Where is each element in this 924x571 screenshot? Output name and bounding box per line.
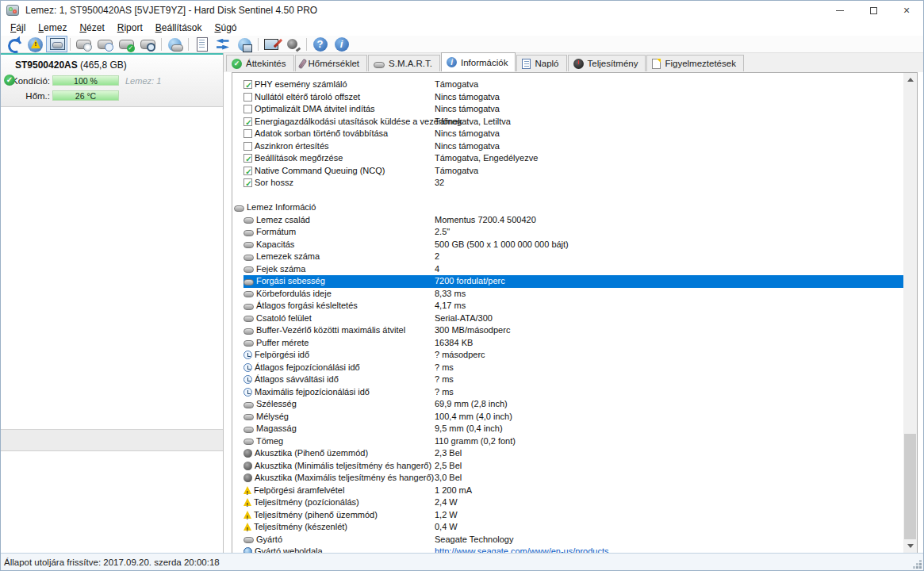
info-row[interactable]: Felpörgési áramfelvétel1 200 mA (243, 485, 903, 497)
scroll-up-button[interactable] (903, 73, 917, 86)
info-row[interactable]: Kapacitás500 GB (500 x 1 000 000 000 báj… (243, 239, 903, 251)
disk-clock-button[interactable] (94, 36, 116, 52)
info-row[interactable]: Akusztika (Maximális teljesítmény és han… (243, 472, 903, 485)
info-button[interactable] (331, 36, 352, 52)
tab-teljesitmeny[interactable]: Teljesítmény (568, 55, 646, 71)
info-row[interactable]: Szélesség69,9 mm (2,8 inch) (243, 398, 903, 411)
row-label: Szélesség (256, 398, 297, 411)
tab-informaciok[interactable]: Információk (441, 52, 516, 71)
info-row[interactable]: Energiagazdálkodási utasítások küldése a… (243, 116, 903, 128)
row-value: 32 (435, 177, 444, 190)
info-row[interactable]: Átlagos forgási késleltetés4,17 ms (243, 300, 903, 312)
checkbox-unchecked-icon[interactable] (243, 105, 252, 113)
info-row[interactable]: Körbefordulás ideje8,33 ms (243, 288, 903, 301)
minimize-button[interactable] (823, 1, 857, 20)
network-status-button[interactable] (234, 36, 255, 52)
checkbox-unchecked-icon[interactable] (243, 93, 252, 102)
info-row[interactable]: Mélység100,4 mm (4,0 inch) (243, 411, 903, 423)
info-row[interactable]: Csatoló felületSerial-ATA/300 (243, 312, 903, 325)
row-value: 100,4 mm (4,0 inch) (435, 411, 512, 423)
info-row[interactable]: Teljesítmény (pihenő üzemmód)1,2 W (243, 509, 903, 522)
menu-nezet[interactable]: Nézet (73, 21, 110, 34)
row-value: Nincs támogatva (435, 103, 500, 116)
info-row[interactable]: Beállítások megőrzéseTámogatva, Engedély… (243, 152, 903, 165)
globe-icon (243, 547, 252, 553)
sync-button[interactable] (213, 36, 234, 52)
disk-panel-button[interactable] (46, 36, 67, 52)
menu-sugo[interactable]: Súgó (208, 21, 243, 34)
menu-beallitasok[interactable]: Beállítások (149, 21, 209, 34)
info-row[interactable]: Lemezek száma2 (243, 251, 903, 263)
section-header-row[interactable]: Lemez Információ (234, 201, 903, 214)
tab-s-m-a-r-t[interactable]: S.M.A.R.T. (368, 55, 440, 71)
tab-attekintes[interactable]: Áttekintés (226, 55, 294, 71)
row-value: Serial-ATA/300 (435, 312, 493, 325)
disk-test-button[interactable] (116, 36, 137, 52)
row-value-link[interactable]: http://www.seagate.com/www/en-us/product… (435, 546, 608, 553)
info-row[interactable]: Átlagos fejpozícionálási idő? ms (243, 362, 903, 374)
row-value: 1 200 mA (435, 485, 472, 497)
network-disk-button[interactable] (164, 36, 186, 52)
tab-homerseklet[interactable]: Hőmérséklet (295, 55, 368, 71)
info-row[interactable]: Akusztika (Minimális teljesítmény és han… (243, 460, 903, 473)
row-value: 4,17 ms (435, 300, 466, 312)
checkbox-checked-icon[interactable] (243, 178, 252, 187)
disk-search-button[interactable] (137, 36, 159, 52)
checkbox-checked-icon[interactable] (243, 167, 252, 175)
info-row[interactable]: Maximális fejpozícionálási idő? ms (243, 386, 903, 399)
menu-lemez[interactable]: Lemez (32, 21, 73, 34)
alerts-button[interactable] (25, 36, 46, 52)
info-row[interactable]: PHY esemény számlálóTámogatva (243, 79, 903, 91)
vertical-scrollbar[interactable] (903, 73, 917, 553)
info-row[interactable]: Tömeg110 gramm (0,2 font) (243, 435, 903, 448)
info-row[interactable]: Aszinkron értesítésNincs támogatva (243, 140, 903, 153)
row-label: Akusztika (Pihenő üzemmód) (255, 447, 368, 460)
checkbox-checked-icon[interactable] (243, 154, 252, 163)
sound-button[interactable] (282, 36, 304, 52)
info-row[interactable]: Nullától eltérő tároló offszetNincs támo… (243, 91, 903, 104)
info-row[interactable]: Lemez családMomentus 7200.4 500420 (243, 214, 903, 227)
resize-grip[interactable] (919, 566, 922, 569)
info-row[interactable]: Magasság9,5 mm (0,4 inch) (243, 423, 903, 435)
monitor-edit-button[interactable] (261, 36, 282, 52)
disk-ok-icon (4, 75, 15, 86)
info-row[interactable]: Forgási sebesség7200 fordulat/perc (243, 275, 903, 288)
row-label: Native Command Queuing (NCQ) (255, 165, 385, 178)
row-label: Tömeg (256, 435, 283, 448)
checkbox-checked-icon[interactable] (243, 80, 252, 89)
refresh-button[interactable] (3, 36, 25, 52)
info-row[interactable]: Adatok sorban történő továbbításaNincs t… (243, 128, 903, 140)
scroll-down-button[interactable] (903, 539, 917, 553)
close-button[interactable]: × (890, 1, 923, 20)
scrollbar-thumb[interactable] (904, 434, 916, 539)
info-row[interactable]: Sor hossz32 (243, 177, 903, 190)
info-row[interactable]: Felpörgési idő? másodperc (243, 349, 903, 362)
row-value: 9,5 mm (0,4 inch) (435, 423, 503, 435)
checkbox-unchecked-icon[interactable] (243, 142, 252, 151)
info-row[interactable]: Native Command Queuing (NCQ)Támogatva (243, 165, 903, 178)
info-row[interactable]: Fejek száma4 (243, 263, 903, 276)
info-row[interactable]: Buffer-Vezérlő közötti maximális átvitel… (243, 324, 903, 337)
report-button[interactable] (191, 36, 213, 52)
checkbox-unchecked-icon[interactable] (243, 129, 252, 138)
info-row[interactable]: Puffer mérete16384 KB (243, 337, 903, 350)
menu-fajl[interactable]: Fájl (4, 21, 32, 34)
info-row[interactable]: Optimalizált DMA átvitel indításNincs tá… (243, 103, 903, 116)
maximize-button[interactable] (857, 1, 890, 20)
row-value: 7200 fordulat/perc (435, 275, 505, 288)
row-value: Seagate Technology (435, 534, 514, 546)
disk-list-item[interactable]: ST9500420AS (465,8 GB) Kondíció: 100 % L… (1, 53, 223, 107)
info-row[interactable]: Átlagos sávváltási idő? ms (243, 374, 903, 386)
info-row[interactable]: GyártóSeagate Technology (243, 534, 903, 546)
disk-gauge-button[interactable] (73, 36, 94, 52)
info-row[interactable]: Teljesítmény (készenlét)0,4 W (243, 521, 903, 534)
help-button[interactable] (309, 36, 331, 52)
info-row[interactable]: Akusztika (Pihenő üzemmód)2,3 Bel (243, 447, 903, 460)
tab-figyelmeztetesek[interactable]: Figyelmeztetések (646, 55, 743, 71)
tab-naplo[interactable]: Napló (516, 55, 566, 71)
info-row[interactable]: Formátum2.5" (243, 226, 903, 239)
menu-riport[interactable]: Riport (111, 21, 149, 34)
checkbox-checked-icon[interactable] (243, 117, 252, 126)
info-row[interactable]: Gyártó weboldalahttp://www.seagate.com/w… (243, 546, 903, 553)
info-row[interactable]: Teljesítmény (pozícionálás)2,4 W (243, 496, 903, 509)
